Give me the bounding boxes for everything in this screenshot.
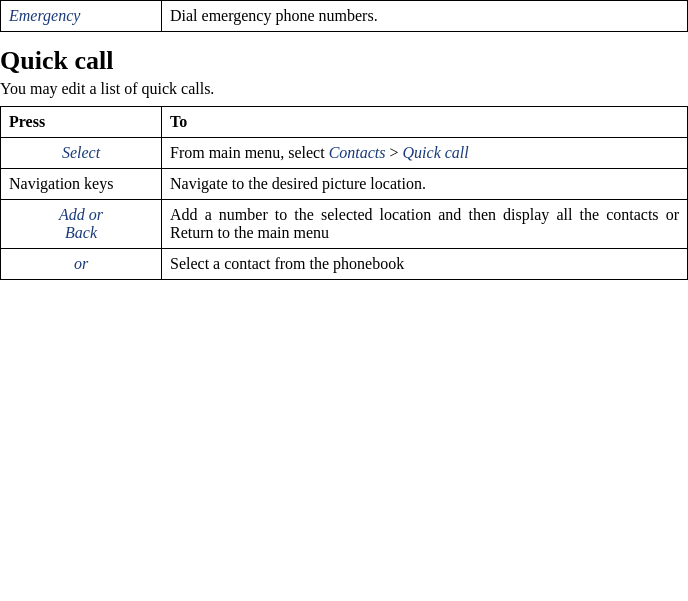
select-label: Select	[62, 144, 100, 161]
contacts-link: Contacts	[329, 144, 386, 161]
header-press: Press	[1, 107, 162, 138]
table-row: Navigation keys Navigate to the desired …	[1, 169, 688, 200]
emergency-table: Emergency Dial emergency phone numbers.	[0, 0, 688, 32]
quick-call-table: Press To Select From main menu, select C…	[0, 106, 688, 280]
row2-press: Navigation keys	[1, 169, 162, 200]
emergency-key-cell: Emergency	[1, 1, 162, 32]
quick-call-link: Quick call	[403, 144, 469, 161]
page-container: Emergency Dial emergency phone numbers. …	[0, 0, 688, 280]
add-label: Add	[59, 206, 85, 223]
row3-value: Add a number to the selected location an…	[162, 200, 688, 249]
table-row: Select From main menu, select Contacts >…	[1, 138, 688, 169]
back-label: Back	[65, 224, 97, 241]
row1-value: From main menu, select Contacts > Quick …	[162, 138, 688, 169]
row4-value: Select a contact from the phonebook	[162, 249, 688, 280]
table-row: Add or Back Add a number to the selected…	[1, 200, 688, 249]
header-to: To	[162, 107, 688, 138]
emergency-value-cell: Dial emergency phone numbers.	[162, 1, 688, 32]
section-description: You may edit a list of quick calls.	[0, 80, 688, 98]
emergency-label: Emergency	[9, 7, 80, 24]
row2-value: Navigate to the desired picture location…	[162, 169, 688, 200]
row4-press: or	[1, 249, 162, 280]
table-row: or Select a contact from the phonebook	[1, 249, 688, 280]
row3-press: Add or Back	[1, 200, 162, 249]
row1-press: Select	[1, 138, 162, 169]
emergency-value: Dial emergency phone numbers.	[170, 7, 378, 24]
section-title: Quick call	[0, 46, 688, 76]
quick-call-section: Quick call You may edit a list of quick …	[0, 32, 688, 280]
